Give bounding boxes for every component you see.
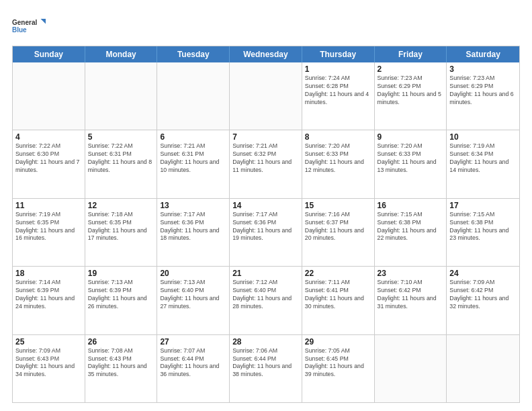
weekday-header: Thursday — [302, 46, 375, 62]
day-number: 18 — [15, 269, 82, 278]
day-info: Sunrise: 7:14 AM Sunset: 6:39 PM Dayligh… — [15, 279, 82, 311]
day-info: Sunrise: 7:15 AM Sunset: 6:38 PM Dayligh… — [378, 211, 444, 243]
calendar-cell: 12Sunrise: 7:18 AM Sunset: 6:35 PM Dayli… — [85, 199, 158, 266]
calendar-row: 1Sunrise: 7:24 AM Sunset: 6:28 PM Daylig… — [13, 62, 519, 130]
day-number: 4 — [15, 132, 82, 142]
calendar-cell: 11Sunrise: 7:19 AM Sunset: 6:35 PM Dayli… — [13, 199, 85, 266]
day-number: 17 — [449, 201, 517, 210]
calendar-cell: 5Sunrise: 7:22 AM Sunset: 6:31 PM Daylig… — [85, 130, 158, 197]
calendar-cell — [447, 335, 519, 402]
day-info: Sunrise: 7:16 AM Sunset: 6:37 PM Dayligh… — [305, 211, 371, 243]
day-number: 21 — [232, 269, 299, 278]
day-info: Sunrise: 7:09 AM Sunset: 6:42 PM Dayligh… — [449, 279, 517, 311]
calendar-body: 1Sunrise: 7:24 AM Sunset: 6:28 PM Daylig… — [13, 62, 519, 402]
day-number: 16 — [378, 201, 444, 210]
calendar-header-row: SundayMondayTuesdayWednesdayThursdayFrid… — [13, 46, 519, 62]
day-number: 23 — [378, 269, 444, 278]
day-info: Sunrise: 7:23 AM Sunset: 6:29 PM Dayligh… — [449, 75, 517, 107]
calendar-cell: 4Sunrise: 7:22 AM Sunset: 6:30 PM Daylig… — [13, 130, 85, 197]
day-info: Sunrise: 7:21 AM Sunset: 6:32 PM Dayligh… — [232, 142, 299, 175]
day-info: Sunrise: 7:24 AM Sunset: 6:28 PM Dayligh… — [305, 75, 371, 107]
calendar-cell: 22Sunrise: 7:11 AM Sunset: 6:41 PM Dayli… — [302, 267, 375, 334]
calendar-cell: 6Sunrise: 7:21 AM Sunset: 6:31 PM Daylig… — [157, 130, 230, 197]
calendar-cell — [157, 62, 230, 130]
calendar-cell: 17Sunrise: 7:15 AM Sunset: 6:38 PM Dayli… — [447, 199, 519, 266]
calendar-cell — [230, 62, 302, 130]
calendar-cell — [13, 62, 85, 130]
day-number: 3 — [449, 64, 517, 74]
day-number: 14 — [232, 201, 299, 210]
calendar-cell: 27Sunrise: 7:07 AM Sunset: 6:44 PM Dayli… — [157, 335, 230, 402]
day-number: 28 — [232, 337, 299, 347]
day-info: Sunrise: 7:19 AM Sunset: 6:35 PM Dayligh… — [15, 211, 82, 243]
calendar-cell — [85, 62, 158, 130]
calendar-cell — [375, 335, 447, 402]
day-info: Sunrise: 7:12 AM Sunset: 6:40 PM Dayligh… — [232, 279, 299, 311]
day-number: 6 — [160, 132, 226, 142]
svg-text:Blue: Blue — [12, 26, 27, 34]
logo-svg: General Blue — [12, 12, 46, 39]
calendar: SundayMondayTuesdayWednesdayThursdayFrid… — [12, 46, 520, 403]
day-number: 20 — [160, 269, 226, 278]
calendar-cell: 15Sunrise: 7:16 AM Sunset: 6:37 PM Dayli… — [302, 199, 375, 266]
weekday-header: Saturday — [447, 46, 519, 62]
calendar-cell: 16Sunrise: 7:15 AM Sunset: 6:38 PM Dayli… — [375, 199, 447, 266]
day-number: 11 — [15, 201, 82, 210]
calendar-cell: 1Sunrise: 7:24 AM Sunset: 6:28 PM Daylig… — [302, 62, 375, 130]
day-info: Sunrise: 7:21 AM Sunset: 6:31 PM Dayligh… — [160, 142, 226, 175]
day-info: Sunrise: 7:06 AM Sunset: 6:44 PM Dayligh… — [232, 347, 299, 379]
calendar-cell: 10Sunrise: 7:19 AM Sunset: 6:34 PM Dayli… — [447, 130, 519, 197]
day-info: Sunrise: 7:07 AM Sunset: 6:44 PM Dayligh… — [160, 347, 226, 379]
page-header: General Blue — [12, 12, 520, 39]
calendar-cell: 24Sunrise: 7:09 AM Sunset: 6:42 PM Dayli… — [447, 267, 519, 334]
day-number: 12 — [88, 201, 154, 210]
day-number: 29 — [305, 337, 371, 347]
calendar-cell: 3Sunrise: 7:23 AM Sunset: 6:29 PM Daylig… — [447, 62, 519, 130]
day-info: Sunrise: 7:11 AM Sunset: 6:41 PM Dayligh… — [305, 279, 371, 311]
day-number: 13 — [160, 201, 226, 210]
day-info: Sunrise: 7:17 AM Sunset: 6:36 PM Dayligh… — [232, 211, 299, 243]
day-number: 5 — [88, 132, 154, 142]
day-number: 27 — [160, 337, 226, 347]
day-info: Sunrise: 7:18 AM Sunset: 6:35 PM Dayligh… — [88, 211, 154, 243]
day-number: 10 — [449, 132, 517, 142]
day-number: 2 — [378, 64, 444, 74]
day-info: Sunrise: 7:20 AM Sunset: 6:33 PM Dayligh… — [378, 142, 444, 175]
calendar-cell: 2Sunrise: 7:23 AM Sunset: 6:29 PM Daylig… — [375, 62, 447, 130]
day-number: 19 — [88, 269, 154, 278]
calendar-cell: 21Sunrise: 7:12 AM Sunset: 6:40 PM Dayli… — [230, 267, 302, 334]
day-number: 8 — [305, 132, 371, 142]
day-info: Sunrise: 7:15 AM Sunset: 6:38 PM Dayligh… — [449, 211, 517, 243]
day-info: Sunrise: 7:20 AM Sunset: 6:33 PM Dayligh… — [305, 142, 371, 175]
weekday-header: Wednesday — [230, 46, 302, 62]
day-number: 24 — [449, 269, 517, 278]
calendar-row: 25Sunrise: 7:09 AM Sunset: 6:43 PM Dayli… — [13, 335, 519, 402]
calendar-cell: 13Sunrise: 7:17 AM Sunset: 6:36 PM Dayli… — [157, 199, 230, 266]
day-info: Sunrise: 7:13 AM Sunset: 6:40 PM Dayligh… — [160, 279, 226, 311]
day-number: 9 — [378, 132, 444, 142]
calendar-cell: 8Sunrise: 7:20 AM Sunset: 6:33 PM Daylig… — [302, 130, 375, 197]
day-number: 15 — [305, 201, 371, 210]
day-info: Sunrise: 7:09 AM Sunset: 6:43 PM Dayligh… — [15, 347, 82, 379]
calendar-cell: 29Sunrise: 7:05 AM Sunset: 6:45 PM Dayli… — [302, 335, 375, 402]
calendar-row: 18Sunrise: 7:14 AM Sunset: 6:39 PM Dayli… — [13, 267, 519, 334]
calendar-cell: 19Sunrise: 7:13 AM Sunset: 6:39 PM Dayli… — [85, 267, 158, 334]
day-info: Sunrise: 7:05 AM Sunset: 6:45 PM Dayligh… — [305, 347, 371, 379]
day-number: 22 — [305, 269, 371, 278]
calendar-cell: 9Sunrise: 7:20 AM Sunset: 6:33 PM Daylig… — [375, 130, 447, 197]
calendar-cell: 25Sunrise: 7:09 AM Sunset: 6:43 PM Dayli… — [13, 335, 85, 402]
calendar-cell: 20Sunrise: 7:13 AM Sunset: 6:40 PM Dayli… — [157, 267, 230, 334]
svg-marker-2 — [41, 19, 46, 24]
day-info: Sunrise: 7:10 AM Sunset: 6:42 PM Dayligh… — [378, 279, 444, 311]
weekday-header: Friday — [375, 46, 447, 62]
svg-text:General: General — [12, 19, 37, 26]
day-info: Sunrise: 7:08 AM Sunset: 6:43 PM Dayligh… — [88, 347, 154, 379]
day-number: 26 — [88, 337, 154, 347]
calendar-cell: 26Sunrise: 7:08 AM Sunset: 6:43 PM Dayli… — [85, 335, 158, 402]
weekday-header: Monday — [85, 46, 158, 62]
day-info: Sunrise: 7:22 AM Sunset: 6:30 PM Dayligh… — [15, 142, 82, 175]
day-info: Sunrise: 7:23 AM Sunset: 6:29 PM Dayligh… — [378, 75, 444, 107]
calendar-cell: 18Sunrise: 7:14 AM Sunset: 6:39 PM Dayli… — [13, 267, 85, 334]
day-number: 1 — [305, 64, 371, 74]
weekday-header: Sunday — [13, 46, 85, 62]
